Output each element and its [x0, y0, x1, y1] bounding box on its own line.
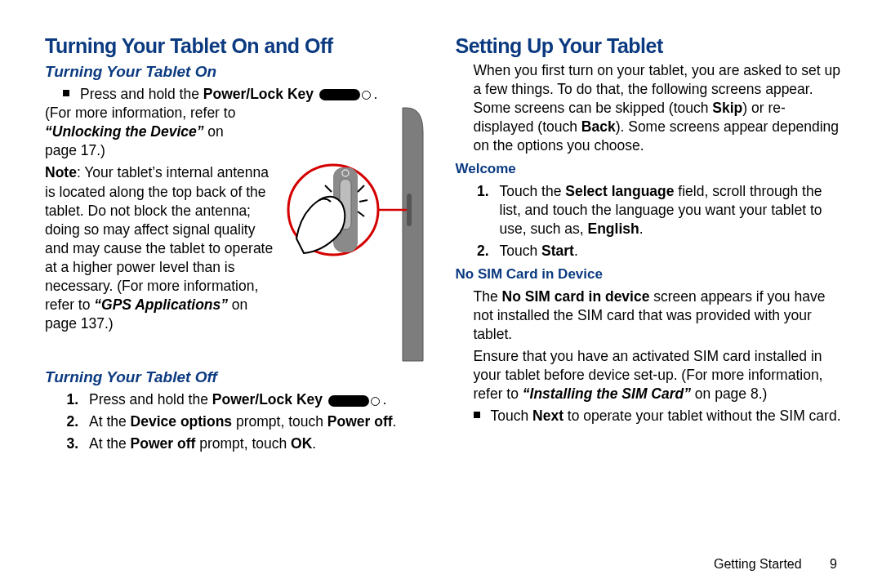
bullet-text: Press and hold the Power/Lock Key .	[80, 85, 389, 104]
subheading-turning-on: Turning Your Tablet On	[45, 61, 435, 82]
subheading-no-sim: No SIM Card in Device	[456, 265, 846, 283]
steps-turning-off: Press and hold the Power/Lock Key . At t…	[45, 390, 435, 453]
step-welcome-2: Touch Start.	[493, 242, 846, 261]
square-bullet-icon	[63, 90, 69, 96]
bullet-no-sim-next: Touch Next to operate your tablet withou…	[456, 407, 846, 425]
page-footer: Getting Started 9	[0, 555, 882, 572]
subheading-welcome: Welcome	[456, 160, 846, 178]
footer-section: Getting Started	[714, 557, 802, 571]
bullet-text: Touch Next to operate your tablet withou…	[491, 407, 841, 425]
step-off-1: Press and hold the Power/Lock Key .	[82, 390, 435, 409]
bullet-power-on: Press and hold the Power/Lock Key .	[45, 85, 435, 104]
step-off-3: At the Power off prompt, touch OK.	[82, 434, 435, 453]
no-sim-p1: The No SIM card in device screen appears…	[456, 287, 846, 344]
setup-intro: When you first turn on your tablet, you …	[456, 61, 846, 155]
power-key-icon	[319, 89, 360, 100]
step-welcome-1: Touch the Select language field, scroll …	[493, 182, 846, 238]
right-column: Setting Up Your Tablet When you first tu…	[456, 33, 846, 555]
antenna-note: Note: Your tablet’s internal antenna is …	[45, 163, 276, 333]
square-bullet-icon	[474, 412, 480, 418]
step-off-2: At the Device options prompt, touch Powe…	[82, 412, 435, 431]
svg-rect-0	[407, 194, 412, 226]
steps-welcome: Touch the Select language field, scroll …	[456, 182, 846, 261]
heading-setting-up: Setting Up Your Tablet	[456, 33, 846, 60]
footer-page-number: 9	[830, 557, 837, 571]
unlock-ref: (For more information, refer to “Unlocki…	[45, 104, 276, 160]
heading-on-off: Turning Your Tablet On and Off	[45, 33, 435, 60]
power-button-illustration	[284, 104, 435, 365]
subheading-turning-off: Turning Your Tablet Off	[45, 367, 435, 387]
power-key-icon	[328, 395, 369, 407]
left-column: Turning Your Tablet On and Off Turning Y…	[45, 33, 435, 555]
no-sim-p2: Ensure that you have an activated SIM ca…	[456, 347, 846, 403]
